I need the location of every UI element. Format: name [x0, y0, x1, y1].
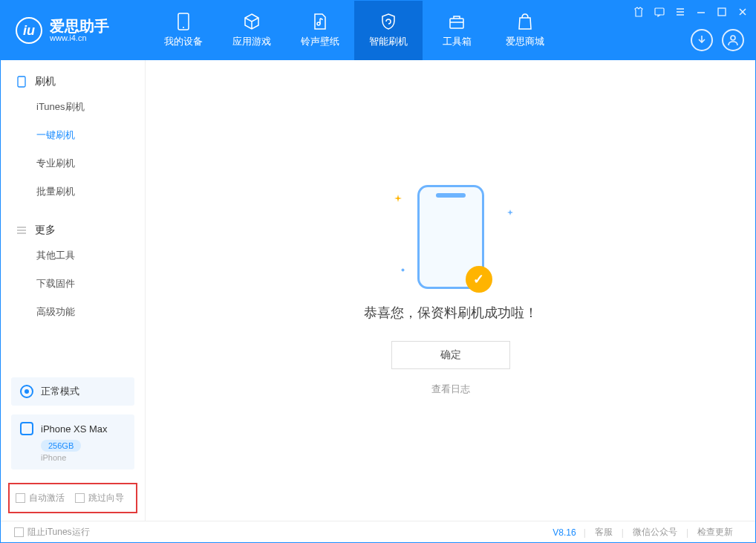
checkbox-icon — [75, 493, 85, 503]
footer-link-wechat[interactable]: 微信公众号 — [633, 526, 677, 539]
tab-ringtone-wallpaper[interactable]: 铃声壁纸 — [286, 1, 354, 60]
app-footer: 阻止iTunes运行 V8.16 | 客服 | 微信公众号 | 检查更新 — [1, 521, 755, 543]
svg-point-1 — [183, 27, 184, 28]
tab-label: 智能刷机 — [369, 35, 408, 48]
device-name: iPhone XS Max — [41, 423, 108, 435]
main-content: ✓ 恭喜您，保资料刷机成功啦！ 确定 查看日志 — [146, 60, 755, 521]
mode-label: 正常模式 — [41, 385, 79, 398]
music-file-icon — [311, 13, 329, 30]
device-icon — [175, 13, 192, 30]
header-actions — [691, 29, 744, 51]
sidebar: 刷机 iTunes刷机 一键刷机 专业刷机 批量刷机 更多 其他工具 下载固件 … — [1, 60, 146, 521]
tab-label: 工具箱 — [443, 35, 472, 48]
list-icon — [16, 224, 27, 236]
sidebar-section-more: 更多 其他工具 下载固件 高级功能 — [1, 209, 145, 329]
separator: | — [686, 527, 688, 538]
app-title: 爱思助手 — [50, 19, 109, 33]
window-controls — [632, 5, 749, 19]
sidebar-item-oneclick-flash[interactable]: 一键刷机 — [1, 121, 145, 149]
tab-label: 应用游戏 — [232, 35, 271, 48]
menu-icon[interactable] — [674, 5, 687, 19]
sidebar-item-batch-flash[interactable]: 批量刷机 — [1, 178, 145, 206]
svg-point-2 — [317, 22, 320, 25]
download-button[interactable] — [691, 29, 713, 51]
tab-label: 铃声壁纸 — [301, 35, 339, 48]
checkbox-icon — [14, 527, 24, 537]
view-log-link[interactable]: 查看日志 — [431, 383, 470, 396]
svg-point-6 — [731, 36, 735, 40]
mode-box[interactable]: 正常模式 — [11, 377, 134, 406]
sidebar-head-more: 更多 — [1, 219, 145, 241]
device-capacity: 256GB — [41, 440, 81, 452]
section-title: 更多 — [35, 224, 56, 237]
tab-store[interactable]: 爱思商城 — [491, 1, 559, 60]
phone-icon — [16, 76, 27, 88]
option-auto-activate[interactable]: 自动激活 — [16, 492, 65, 504]
success-message: 恭喜您，保资料刷机成功啦！ — [364, 304, 538, 322]
ok-button[interactable]: 确定 — [391, 341, 510, 369]
feedback-icon[interactable] — [653, 5, 666, 19]
svg-point-8 — [401, 269, 404, 272]
shield-refresh-icon — [379, 13, 397, 30]
options-row: 自动激活 跳过向导 — [8, 483, 137, 513]
section-title: 刷机 — [35, 75, 56, 88]
option-label: 自动激活 — [29, 492, 65, 504]
logo-text: 爱思助手 www.i4.cn — [50, 19, 109, 42]
app-logo-icon: iu — [16, 17, 42, 44]
toolbox-icon — [448, 13, 466, 30]
mode-icon — [20, 385, 33, 398]
device-phone-icon — [20, 422, 33, 435]
svg-rect-5 — [718, 8, 726, 16]
bag-icon — [516, 13, 534, 30]
shirt-icon[interactable] — [632, 5, 645, 19]
device-box[interactable]: iPhone XS Max 256GB iPhone — [11, 414, 134, 469]
sidebar-item-pro-flash[interactable]: 专业刷机 — [1, 149, 145, 178]
footer-link-support[interactable]: 客服 — [595, 526, 613, 539]
sidebar-head-flash: 刷机 — [1, 71, 145, 93]
tab-label: 爱思商城 — [506, 35, 544, 48]
success-badge-icon: ✓ — [466, 266, 492, 293]
tab-toolbox[interactable]: 工具箱 — [423, 1, 491, 60]
option-label: 跳过向导 — [88, 492, 124, 504]
device-type: iPhone — [41, 453, 126, 462]
svg-rect-7 — [18, 77, 25, 87]
svg-rect-3 — [450, 19, 463, 28]
main-tabs: 我的设备 应用游戏 铃声壁纸 智能刷机 工具箱 爱思商城 — [149, 1, 559, 60]
sparkle-icon — [400, 267, 405, 272]
sidebar-section-flash: 刷机 iTunes刷机 一键刷机 专业刷机 批量刷机 — [1, 60, 145, 209]
user-button[interactable] — [722, 29, 744, 51]
phone-illustration: ✓ — [417, 185, 484, 289]
tab-smart-flash[interactable]: 智能刷机 — [354, 1, 423, 60]
tab-my-device[interactable]: 我的设备 — [149, 1, 218, 60]
sidebar-item-advanced[interactable]: 高级功能 — [1, 298, 145, 326]
block-itunes-label: 阻止iTunes运行 — [27, 526, 90, 539]
app-subtitle: www.i4.cn — [50, 33, 109, 42]
sparkle-icon — [507, 209, 512, 214]
cube-icon — [243, 13, 261, 30]
minimize-button[interactable] — [694, 5, 708, 19]
app-body: 刷机 iTunes刷机 一键刷机 专业刷机 批量刷机 更多 其他工具 下载固件 … — [1, 60, 755, 521]
sparkle-icon — [394, 195, 399, 199]
footer-link-update[interactable]: 检查更新 — [697, 526, 733, 539]
app-header: iu 爱思助手 www.i4.cn 我的设备 应用游戏 铃声壁纸 智能刷机 工具… — [1, 1, 755, 60]
logo-area: iu 爱思助手 www.i4.cn — [1, 17, 149, 44]
tab-apps-games[interactable]: 应用游戏 — [218, 1, 286, 60]
svg-rect-4 — [655, 8, 664, 15]
tab-label: 我的设备 — [164, 35, 203, 48]
sidebar-item-itunes-flash[interactable]: iTunes刷机 — [1, 93, 145, 121]
separator: | — [622, 527, 624, 538]
maximize-button[interactable] — [715, 5, 729, 19]
version-label: V8.16 — [553, 527, 576, 538]
sidebar-item-other-tools[interactable]: 其他工具 — [1, 241, 145, 270]
checkbox-icon — [16, 493, 25, 503]
sidebar-item-download-firmware[interactable]: 下载固件 — [1, 270, 145, 298]
block-itunes-option[interactable]: 阻止iTunes运行 — [14, 526, 90, 539]
separator: | — [584, 527, 586, 538]
option-skip-wizard[interactable]: 跳过向导 — [75, 492, 124, 504]
close-button[interactable] — [736, 5, 749, 19]
